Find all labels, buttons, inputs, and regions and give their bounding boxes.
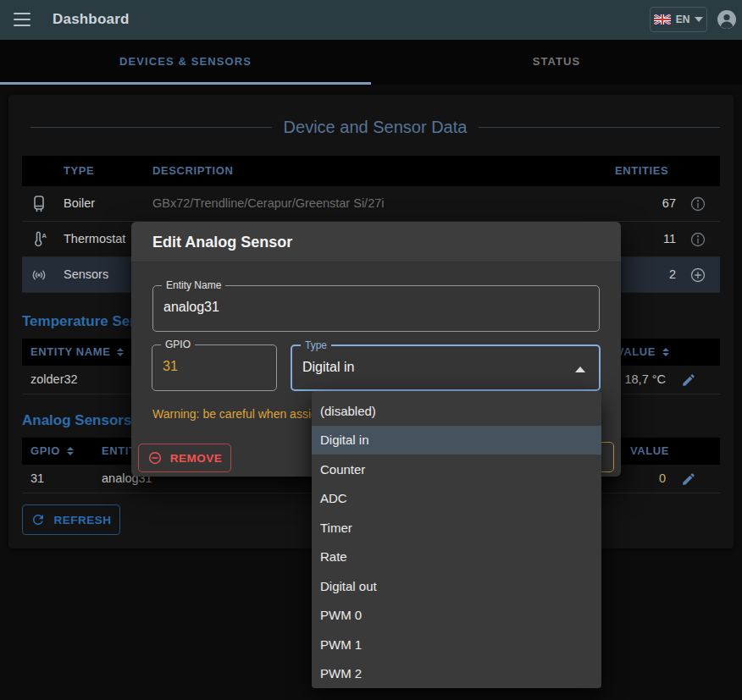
device-type: Sensors [64, 267, 108, 281]
type-select[interactable]: Type Digital in [291, 344, 601, 391]
tab-devices-sensors[interactable]: DEVICES & SENSORS [0, 40, 371, 85]
dialog-header: Edit Analog Sensor [131, 222, 621, 262]
uk-flag-icon [654, 14, 671, 25]
info-icon[interactable] [689, 196, 706, 212]
entity-name-value: analog31 [163, 300, 219, 315]
entity-name-cell: zolder32 [30, 372, 78, 386]
option-pwm-1[interactable]: PWM 1 [312, 630, 601, 659]
option-pwm-2[interactable]: PWM 2 [312, 659, 601, 689]
menu-icon[interactable] [14, 13, 30, 26]
col-gpio[interactable]: GPIO [30, 444, 74, 457]
page-title-row: Device and Sensor Data [30, 117, 720, 137]
option-digital-out[interactable]: Digital out [312, 571, 601, 601]
col-entities: ENTITIES [615, 164, 700, 177]
page-title: Device and Sensor Data [284, 118, 468, 137]
language-label: EN [676, 14, 690, 25]
app-title: Dashboard [53, 11, 130, 28]
dialog-title: Edit Analog Sensor [152, 234, 292, 251]
table-row-boiler[interactable]: Boiler GBx72/Trendline/Cerapur/Greenstar… [22, 186, 720, 222]
device-type: Boiler [64, 196, 95, 210]
divider [479, 127, 720, 128]
analog-sensors-heading: Analog Sensors [22, 412, 131, 429]
remove-circle-icon [147, 450, 163, 466]
edit-icon[interactable] [681, 372, 696, 388]
chevron-down-icon [695, 17, 703, 22]
tab-bar: DEVICES & SENSORS STATUS [0, 40, 742, 85]
option-rate[interactable]: Rate [312, 543, 601, 572]
account-icon[interactable] [717, 9, 737, 30]
col-value[interactable]: VALUE [617, 345, 669, 358]
thermostat-icon: A [29, 229, 49, 250]
col-type: TYPE [64, 164, 94, 177]
device-description: GBx72/Trendline/Cerapur/Greenstar Si/27i [152, 196, 384, 210]
entity-name-label: Entity Name [162, 279, 225, 291]
device-type: Thermostat [64, 232, 125, 245]
col-entity-name[interactable]: ENTITY NAME [30, 345, 124, 358]
option-timer[interactable]: Timer [312, 513, 601, 543]
gpio-label: GPIO [161, 339, 195, 350]
refresh-button[interactable]: REFRESH [22, 504, 120, 535]
refresh-icon [30, 512, 46, 527]
info-icon[interactable] [689, 231, 706, 248]
entity-name-field[interactable]: Entity Name analog31 [152, 285, 600, 332]
gpio-field[interactable]: GPIO 31 [152, 344, 277, 391]
option-digital-in[interactable]: Digital in [312, 426, 601, 455]
col-description: DESCRIPTION [152, 164, 233, 177]
sort-icon[interactable] [67, 447, 74, 455]
type-label: Type [301, 339, 331, 351]
gpio-cell: 31 [30, 471, 44, 485]
edit-icon[interactable] [681, 471, 696, 487]
boiler-icon [29, 194, 49, 214]
svg-text:A: A [42, 232, 47, 240]
app-bar: Dashboard EN [0, 0, 742, 40]
option-counter[interactable]: Counter [312, 455, 601, 484]
remove-button[interactable]: REMOVE [138, 444, 231, 472]
entities-count: 11 [663, 232, 676, 245]
sensors-icon [29, 265, 49, 285]
col-value: VALUE [630, 444, 669, 457]
type-dropdown-panel: (disabled) Digital in Counter ADC Timer … [312, 391, 601, 688]
add-circle-icon[interactable] [689, 267, 706, 284]
value-cell: 0 [659, 471, 666, 485]
type-value: Digital in [302, 360, 354, 375]
entities-count: 2 [669, 267, 676, 281]
tab-status[interactable]: STATUS [371, 40, 742, 85]
entities-count: 67 [662, 196, 676, 210]
divider [30, 127, 272, 128]
warning-text: Warning: be careful when assig [152, 407, 318, 421]
dashboard-page: Dashboard EN DEVICES & SE [0, 0, 742, 700]
sort-icon[interactable] [117, 348, 124, 356]
language-selector[interactable]: EN [650, 7, 707, 32]
option-adc[interactable]: ADC [312, 484, 601, 514]
devices-table-header: TYPE DESCRIPTION ENTITIES [22, 156, 720, 186]
chevron-up-icon [575, 367, 585, 372]
option-disabled[interactable]: (disabled) [312, 396, 601, 426]
value-cell: 18,7 °C [624, 372, 666, 386]
sort-icon[interactable] [662, 348, 669, 356]
option-pwm-0[interactable]: PWM 0 [312, 601, 601, 631]
gpio-value: 31 [163, 359, 178, 374]
